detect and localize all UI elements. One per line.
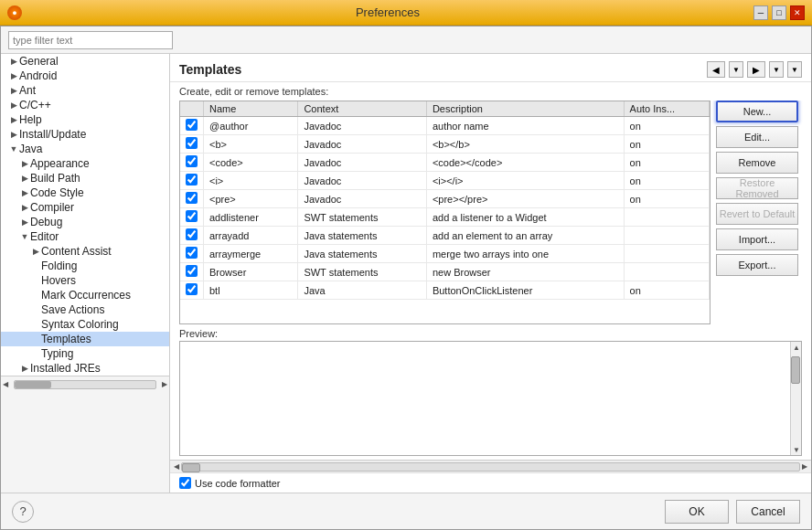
sidebar-item-hovers[interactable]: Hovers <box>1 273 169 288</box>
sidebar-label-general: General <box>19 55 59 68</box>
table-row[interactable]: @authorJavadocauthor nameon <box>180 117 710 135</box>
checkbox-8[interactable] <box>186 265 198 277</box>
sidebar-item-syntax-coloring[interactable]: Syntax Coloring <box>1 317 169 332</box>
restore-removed-button[interactable]: Restore Removed <box>716 177 798 199</box>
row-0-check[interactable] <box>180 117 204 135</box>
minimize-button[interactable]: ─ <box>753 5 768 20</box>
sidebar-item-typing[interactable]: Typing <box>1 346 169 361</box>
ok-button[interactable]: OK <box>665 500 729 524</box>
export-button[interactable]: Export... <box>716 254 798 276</box>
sidebar-item-install-update[interactable]: ▶Install/Update <box>1 127 169 142</box>
sidebar-item-content-assist[interactable]: ▶Content Assist <box>1 244 169 259</box>
checkbox-4[interactable] <box>186 192 198 204</box>
row-0-description: author name <box>426 117 624 135</box>
table-scroll-area[interactable]: Name Context Description Auto Ins... @au… <box>180 101 710 323</box>
row-3-name: <i> <box>204 172 298 190</box>
row-3-check[interactable] <box>180 172 204 190</box>
checkbox-9[interactable] <box>186 283 198 295</box>
menu-dropdown[interactable]: ▼ <box>787 61 802 78</box>
sidebar-item-debug[interactable]: ▶Debug <box>1 215 169 229</box>
col-header-check[interactable] <box>180 101 204 117</box>
row-1-context: Javadoc <box>298 135 427 154</box>
row-1-check[interactable] <box>180 135 204 154</box>
checkbox-3[interactable] <box>186 174 198 186</box>
new-button[interactable]: New... <box>716 101 798 122</box>
maximize-button[interactable]: □ <box>772 5 786 20</box>
back-button[interactable]: ◀ <box>707 61 725 78</box>
table-row[interactable]: addlistenerSWT statementsadd a listener … <box>180 208 710 227</box>
body: ▶General▶Android▶Ant▶C/C++▶Help▶Install/… <box>1 54 811 493</box>
table-row[interactable]: <pre>Javadoc<pre></pre>on <box>180 190 710 208</box>
sidebar-item-compiler[interactable]: ▶Compiler <box>1 200 169 215</box>
col-header-description[interactable]: Description <box>426 101 624 117</box>
sidebar-item-folding[interactable]: Folding <box>1 259 169 273</box>
table-row[interactable]: btlJavaButtonOnClickListeneron <box>180 281 710 300</box>
sidebar-item-code-style[interactable]: ▶Code Style <box>1 186 169 200</box>
col-header-auto[interactable]: Auto Ins... <box>624 101 709 117</box>
use-code-formatter-label: Use code formatter <box>179 477 281 489</box>
h-scroll-right-arrow[interactable]: ▶ <box>160 380 169 388</box>
sidebar-label-code-style: Code Style <box>30 186 84 199</box>
sidebar-item-build-path[interactable]: ▶Build Path <box>1 171 169 186</box>
checkbox-7[interactable] <box>186 247 198 259</box>
table-row[interactable]: arrayaddJava statementsadd an element to… <box>180 227 710 245</box>
table-row[interactable]: <b>Javadoc<b></b>on <box>180 135 710 154</box>
checkbox-2[interactable] <box>186 155 198 167</box>
row-9-name: btl <box>204 281 298 300</box>
sidebar-item-appearance[interactable]: ▶Appearance <box>1 156 169 171</box>
main-hscroll-right[interactable]: ▶ <box>800 462 809 471</box>
preview-scroll-up[interactable]: ▲ <box>791 342 802 353</box>
row-2-check[interactable] <box>180 154 204 172</box>
sidebar-item-cpp[interactable]: ▶C/C++ <box>1 98 169 112</box>
checkbox-1[interactable] <box>186 137 198 149</box>
forward-button[interactable]: ▶ <box>747 61 765 78</box>
forward-dropdown[interactable]: ▼ <box>769 61 784 78</box>
col-header-context[interactable]: Context <box>298 101 427 117</box>
checkbox-5[interactable] <box>186 210 198 222</box>
preview-scrollbar[interactable]: ▲ ▼ <box>790 342 801 455</box>
sidebar-item-ant[interactable]: ▶Ant <box>1 83 169 98</box>
sidebar-item-java[interactable]: ▼Java <box>1 142 169 156</box>
sidebar-item-save-actions[interactable]: Save Actions <box>1 302 169 317</box>
revert-to-default-button[interactable]: Revert to Default <box>716 203 798 225</box>
sidebar-item-mark-occurrences[interactable]: Mark Occurrences <box>1 288 169 302</box>
sidebar-item-installed-jres[interactable]: ▶Installed JREs <box>1 361 169 376</box>
table-row[interactable]: <code>Javadoc<code></code>on <box>180 154 710 172</box>
row-4-check[interactable] <box>180 190 204 208</box>
row-8-description: new Browser <box>426 263 624 281</box>
row-2-name: <code> <box>204 154 298 172</box>
sidebar-item-templates[interactable]: Templates <box>1 332 169 346</box>
sidebar-arrow-compiler: ▶ <box>19 203 30 212</box>
cancel-button[interactable]: Cancel <box>736 500 800 524</box>
col-header-name[interactable]: Name <box>204 101 298 117</box>
row-5-check[interactable] <box>180 208 204 227</box>
row-8-context: SWT statements <box>298 263 427 281</box>
sidebar-item-android[interactable]: ▶Android <box>1 69 169 83</box>
preview-scroll-thumb[interactable] <box>791 356 800 384</box>
close-button[interactable]: ✕ <box>790 5 805 20</box>
main-hscroll-left[interactable]: ◀ <box>172 462 181 471</box>
filter-input[interactable] <box>8 31 173 49</box>
row-9-description: ButtonOnClickListener <box>426 281 624 300</box>
table-row[interactable]: BrowserSWT statementsnew Browser <box>180 263 710 281</box>
table-row[interactable]: <i>Javadoc<i></i>on <box>180 172 710 190</box>
help-button[interactable]: ? <box>12 501 34 523</box>
row-8-check[interactable] <box>180 263 204 281</box>
preview-scroll-down[interactable]: ▼ <box>791 444 802 455</box>
sidebar-item-help[interactable]: ▶Help <box>1 112 169 127</box>
preview-section: Preview: ▲ ▼ <box>170 324 811 460</box>
sidebar-item-editor[interactable]: ▼Editor <box>1 229 169 244</box>
table-row[interactable]: arraymergeJava statementsmerge two array… <box>180 245 710 263</box>
edit-button[interactable]: Edit... <box>716 126 798 148</box>
h-scroll-left-arrow[interactable]: ◀ <box>1 380 10 388</box>
import-button[interactable]: Import... <box>716 228 798 250</box>
remove-button[interactable]: Remove <box>716 152 798 174</box>
use-code-formatter-checkbox[interactable] <box>179 477 191 489</box>
checkbox-6[interactable] <box>186 228 198 240</box>
checkbox-0[interactable] <box>186 119 198 131</box>
back-dropdown[interactable]: ▼ <box>729 61 743 78</box>
sidebar-item-general[interactable]: ▶General <box>1 54 169 69</box>
row-6-check[interactable] <box>180 227 204 245</box>
row-9-check[interactable] <box>180 281 204 300</box>
row-7-check[interactable] <box>180 245 204 263</box>
